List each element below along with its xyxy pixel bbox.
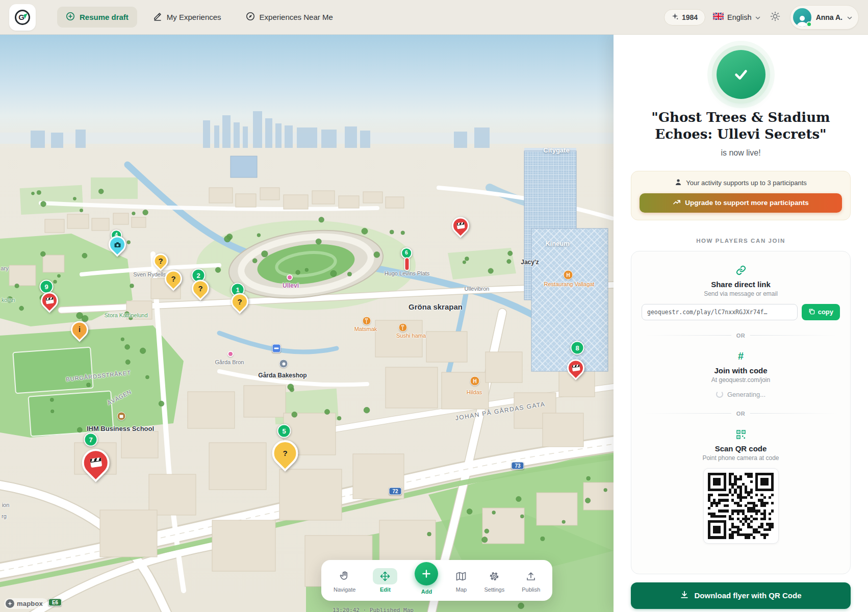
scan-qr-title: Scan QR code (642, 444, 840, 453)
copy-button-label: copy (818, 308, 833, 316)
toolbar-map-button[interactable]: Map (455, 568, 467, 593)
theme-toggle-button[interactable] (768, 9, 782, 25)
sun-icon (770, 11, 780, 23)
user-name: Anna A. (816, 13, 843, 21)
main-nav: Resume draft My Experiences Experiences … (57, 7, 342, 28)
trend-up-icon (673, 198, 681, 207)
join-code-group: # Join with code At geoquestr.com/join G… (642, 351, 840, 398)
scan-qr-group: Scan QR code Point phone camera at code (642, 429, 840, 544)
upgrade-button-label: Upgrade to support more participants (685, 199, 808, 207)
copy-icon (808, 308, 815, 316)
copy-link-button[interactable]: copy (802, 304, 840, 320)
user-menu[interactable]: Anna A. (790, 5, 859, 30)
map-poi-shop[interactable] (117, 412, 126, 421)
share-link-group: Share direct link Send via message or em… (642, 265, 840, 320)
loading-spinner (716, 391, 723, 398)
chevron-down-icon (755, 13, 760, 21)
person-icon (675, 178, 682, 187)
map-icon (455, 568, 467, 584)
logo-icon: G (14, 9, 31, 26)
code-generating-row: Generating... (642, 391, 840, 398)
join-code-subtitle: At geoquestr.com/join (642, 376, 840, 384)
resume-draft-label: Resume draft (80, 13, 129, 21)
map-marker-number[interactable]: 8 (571, 341, 584, 355)
language-label: English (727, 13, 752, 21)
or-divider: OR (642, 333, 840, 339)
map-poi-dot[interactable] (287, 274, 293, 280)
success-check-icon (717, 50, 765, 99)
map-toolbar: NavigateEditAddMapSettingsPublish (321, 560, 552, 601)
map-attribution[interactable]: mapbox (4, 598, 48, 609)
experiences-near-me-button[interactable]: Experiences Near Me (237, 7, 342, 28)
participants-note: Your activity supports up to 3 participa… (640, 178, 842, 187)
hash-icon: # (642, 351, 840, 362)
experiences-near-me-label: Experiences Near Me (260, 13, 333, 21)
upgrade-button[interactable]: Upgrade to support more participants (640, 193, 842, 213)
experience-title: "Ghost Trees & Stadium Echoes: Ullevi Se… (631, 109, 851, 143)
code-generating-text: Generating... (727, 391, 765, 398)
mapbox-wordmark: mapbox (17, 600, 43, 607)
resume-draft-button[interactable]: Resume draft (57, 7, 137, 28)
publish-icon (525, 568, 537, 584)
edit-icon (153, 12, 162, 22)
top-bar: G Resume draft My Experiences (0, 0, 868, 35)
live-status-text: is now live! (631, 148, 851, 158)
map-pin-slim[interactable] (404, 257, 410, 271)
share-link-title: Share direct link (642, 280, 840, 289)
map-poi-restaurant[interactable] (399, 323, 407, 332)
toolbar-publish-button[interactable]: Publish (522, 568, 540, 593)
map-poi-transit[interactable] (272, 344, 281, 353)
share-link-subtitle: Send via message or email (642, 290, 840, 297)
map-poi-bakery[interactable] (279, 360, 288, 368)
my-experiences-label: My Experiences (167, 13, 221, 21)
app-logo[interactable]: G (9, 4, 36, 31)
sparkles-icon (672, 13, 678, 21)
map-poi-restaurant[interactable] (363, 317, 371, 325)
download-button-label: Download flyer with QR Code (694, 591, 801, 600)
toolbar-edit-button[interactable]: Edit (373, 568, 397, 593)
online-status-dot (806, 21, 812, 27)
publish-success-panel: "Ghost Trees & Stadium Echoes: Ullevi Se… (614, 35, 868, 612)
link-icon (642, 265, 840, 276)
map-poi-hotel[interactable]: H (470, 376, 480, 386)
join-options-card: Share direct link Send via message or em… (631, 251, 851, 574)
avatar (793, 8, 811, 27)
map-poi-dot[interactable] (227, 351, 234, 357)
download-flyer-button[interactable]: Download flyer with QR Code (631, 582, 851, 609)
points-badge[interactable]: 1984 (664, 9, 705, 26)
participants-box: Your activity supports up to 3 participa… (631, 171, 851, 220)
participants-note-text: Your activity supports up to 3 participa… (686, 179, 807, 187)
compass-icon (246, 12, 255, 22)
join-code-title: Join with code (642, 366, 840, 375)
join-section-header: HOW PLAYERS CAN JOIN (631, 238, 851, 244)
qr-code (703, 468, 779, 544)
or-divider: OR (642, 411, 840, 417)
svg-text:G: G (18, 13, 24, 21)
toolbar-settings-button[interactable]: Settings (484, 568, 504, 593)
map-terrain (0, 35, 614, 612)
points-value: 1984 (682, 13, 698, 21)
download-icon (680, 590, 689, 601)
language-selector[interactable]: English (713, 13, 760, 21)
my-experiences-button[interactable]: My Experiences (144, 7, 230, 28)
app-root: G Resume draft My Experiences (0, 0, 868, 612)
toolbar-add-button[interactable]: Add (415, 566, 438, 595)
share-link-row: copy (642, 304, 840, 320)
qr-icon (642, 429, 840, 440)
uk-flag-icon (713, 13, 724, 21)
navigate-icon (339, 568, 350, 584)
content-area: CitygateKineumJacy'zRestaurang VallagatU… (0, 35, 868, 612)
map-marker-number[interactable]: 7 (84, 433, 98, 447)
toolbar-navigate-button[interactable]: Navigate (334, 568, 355, 593)
share-link-input[interactable] (642, 304, 798, 320)
map-canvas[interactable]: CitygateKineumJacy'zRestaurang VallagatU… (0, 35, 614, 612)
chevron-down-icon (847, 13, 852, 21)
header-right: 1984 English (664, 5, 859, 30)
settings-icon (489, 568, 500, 584)
mapbox-logo-icon (6, 599, 14, 608)
scan-qr-subtitle: Point phone camera at code (642, 454, 840, 462)
map-marker-number[interactable]: 5 (277, 424, 291, 438)
edit-icon (373, 568, 397, 584)
plus-icon (415, 562, 438, 585)
map-poi-hotel[interactable]: H (564, 270, 573, 280)
